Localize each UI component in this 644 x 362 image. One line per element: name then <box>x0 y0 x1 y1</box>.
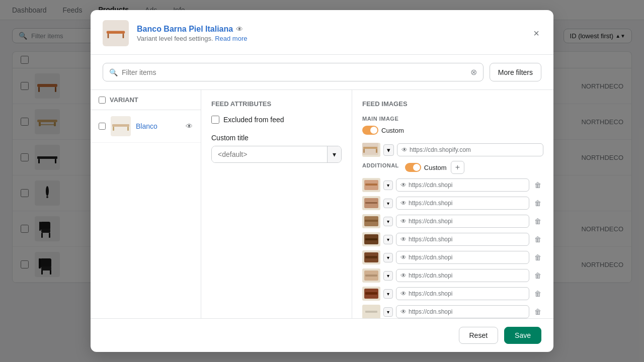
delete-image-button[interactable]: 🗑 <box>532 180 543 190</box>
variant-list: Variant Blanco 👁 <box>91 90 201 318</box>
delete-image-button[interactable]: 🗑 <box>532 270 543 281</box>
image-dropdown-btn[interactable]: ▾ <box>383 199 393 208</box>
reset-button[interactable]: Reset <box>459 327 499 344</box>
main-image-dropdown-btn[interactable]: ▾ <box>383 144 394 156</box>
image-dropdown-btn[interactable]: ▾ <box>383 217 393 226</box>
add-image-thumbnail <box>362 232 380 246</box>
eye-icon: 👁 <box>400 218 407 225</box>
variant-row: Blanco 👁 <box>91 110 201 143</box>
main-image-toggle-switch[interactable] <box>362 126 378 135</box>
modal-title-area: Banco Barna Piel Italiana 👁 Variant leve… <box>137 25 523 42</box>
image-dropdown-btn[interactable]: ▾ <box>383 180 393 190</box>
svg-rect-45 <box>365 292 377 295</box>
additional-toggle-switch[interactable] <box>405 163 421 172</box>
additional-image-row: ▾ 👁 https://cdn.shopi 🗑 <box>362 178 543 192</box>
image-dropdown-btn[interactable]: ▾ <box>383 271 393 281</box>
image-url-text: https://cdn.shopi <box>409 290 525 297</box>
eye-icon: 👁 <box>400 182 407 189</box>
delete-image-button[interactable]: 🗑 <box>532 252 543 262</box>
add-image-button[interactable]: + <box>451 161 464 174</box>
custom-title-input-wrapper[interactable]: ▾ <box>211 146 342 163</box>
variant-checkbox[interactable] <box>99 123 106 130</box>
svg-rect-25 <box>112 124 129 127</box>
add-image-thumbnail <box>362 178 380 192</box>
feed-attributes-header: Feed attributes <box>211 100 342 108</box>
svg-rect-41 <box>365 256 377 258</box>
image-url-field: 👁 https://cdn.shopi <box>396 269 529 282</box>
image-dropdown-btn[interactable]: ▾ <box>383 253 393 262</box>
delete-image-button[interactable]: 🗑 <box>532 216 543 226</box>
svg-rect-37 <box>365 220 378 222</box>
svg-rect-23 <box>108 34 109 38</box>
additional-image-list: ▾ 👁 https://cdn.shopi 🗑 <box>362 178 543 318</box>
feed-images-panel: Feed images MAIN IMAGE Custom <box>352 90 553 318</box>
image-url-field: 👁 https://cdn.shopi <box>396 251 529 264</box>
additional-image-row: ▾ 👁 https://cdn.shopi 🗑 <box>362 196 543 210</box>
save-button[interactable]: Save <box>504 327 541 344</box>
read-more-link[interactable]: Read more <box>215 35 247 42</box>
image-url-text: https://cdn.shopi <box>409 182 525 189</box>
eye-icon: 👁 <box>401 146 408 153</box>
svg-rect-26 <box>113 127 114 131</box>
variant-select-all[interactable] <box>99 97 106 104</box>
image-url-field: 👁 https://cdn.shopi <box>396 287 529 300</box>
svg-rect-47 <box>365 311 377 313</box>
modal-subtitle: Variant level feed settings. Read more <box>137 35 523 42</box>
image-url-text: https://cdn.shopi <box>409 272 525 279</box>
svg-rect-30 <box>363 149 365 153</box>
main-image-toggle-label: Custom <box>381 127 404 134</box>
additional-toggle-label: Custom <box>424 164 447 171</box>
variant-name[interactable]: Blanco <box>136 122 181 130</box>
modal-body: Variant Blanco 👁 F <box>91 90 553 318</box>
excluded-label: Excluded from feed <box>223 116 284 124</box>
modal-filter-input[interactable] <box>122 68 466 76</box>
delete-image-button[interactable]: 🗑 <box>532 307 543 317</box>
main-image-section-label: MAIN IMAGE <box>362 116 543 122</box>
custom-title-label: Custom title <box>211 134 342 142</box>
additional-toggle[interactable]: Custom <box>405 163 447 172</box>
svg-rect-33 <box>365 184 377 186</box>
svg-rect-39 <box>365 238 377 240</box>
modal-footer: Reset Save <box>91 318 553 352</box>
eye-icon: 👁 <box>400 236 407 243</box>
image-dropdown-btn[interactable]: ▾ <box>383 307 393 317</box>
feed-attributes-panel: Feed attributes Excluded from feed Custo… <box>201 90 352 318</box>
custom-title-action-btn[interactable]: ▾ <box>327 146 341 162</box>
image-url-field: 👁 https://cdn.shopi <box>396 233 529 246</box>
image-dropdown-btn[interactable]: ▾ <box>383 235 393 244</box>
image-url-text: https://cdn.shopi <box>409 308 525 315</box>
additional-image-row: ▾ 👁 https://cdn.shopi 🗑 <box>362 305 543 318</box>
modal-search-bar: 🔍 ⊗ More filters <box>91 55 553 90</box>
excluded-checkbox[interactable] <box>211 116 219 124</box>
image-url-text: https://cdn.shopi <box>409 200 525 207</box>
image-url-field: 👁 https://cdn.shopi <box>396 197 529 210</box>
delete-image-button[interactable]: 🗑 <box>532 289 543 299</box>
more-filters-button[interactable]: More filters <box>490 63 541 81</box>
additional-image-row: ▾ 👁 https://cdn.shopi 🗑 <box>362 250 543 264</box>
add-image-thumbnail <box>362 196 380 210</box>
custom-title-field[interactable] <box>212 146 327 162</box>
chevron-down-icon: ▾ <box>333 150 336 158</box>
image-url-text: https://cdn.shopi <box>409 236 525 243</box>
clear-search-icon[interactable]: ⊗ <box>470 67 477 77</box>
eye-icon: 👁 <box>400 200 407 207</box>
variant-eye-icon[interactable]: 👁 <box>186 122 193 130</box>
image-url-field: 👁 https://cdn.shopi <box>396 305 529 318</box>
excluded-from-feed-row: Excluded from feed <box>211 116 342 124</box>
additional-header-row: ADDITIONAL Custom + <box>362 161 543 174</box>
delete-image-button[interactable]: 🗑 <box>532 198 543 208</box>
additional-image-row: ▾ 👁 https://cdn.shopi 🗑 <box>362 214 543 228</box>
main-image-toggle[interactable]: Custom <box>362 126 404 135</box>
variant-column-header: Variant <box>91 90 201 110</box>
eye-icon: 👁 <box>400 290 407 297</box>
add-image-thumbnail <box>362 214 380 228</box>
additional-image-row: ▾ 👁 https://cdn.shopi 🗑 <box>362 287 543 301</box>
delete-image-button[interactable]: 🗑 <box>532 234 543 244</box>
image-dropdown-btn[interactable]: ▾ <box>383 289 393 299</box>
additional-image-row: ▾ 👁 https://cdn.shopi 🗑 <box>362 268 543 283</box>
modal-search-input-wrapper[interactable]: 🔍 ⊗ <box>103 63 484 81</box>
modal-close-button[interactable]: × <box>531 26 541 40</box>
image-url-text: https://cdn.shopi <box>409 254 525 261</box>
eye-icon: 👁 <box>236 25 243 33</box>
modal-product-link[interactable]: Banco Barna Piel Italiana <box>137 25 233 34</box>
